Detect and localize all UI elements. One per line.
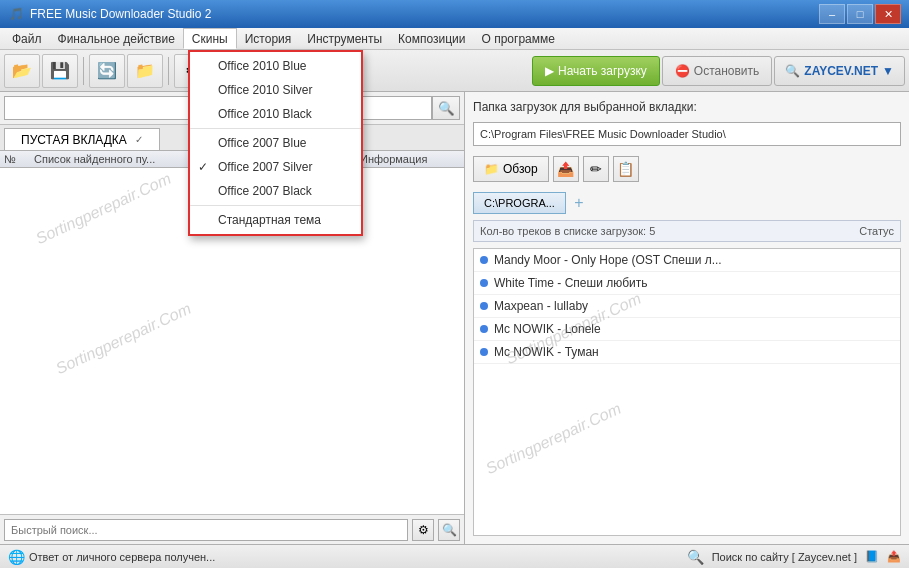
main-content: 🔍 ПУСТАЯ ВКЛАДКА ✓ № Список найденного п…	[0, 92, 909, 544]
track-text-3: Maxpean - lullaby	[494, 299, 588, 313]
menu-final[interactable]: Финальное действие	[50, 28, 183, 49]
menu-file[interactable]: Файл	[4, 28, 50, 49]
start-icon: ▶	[545, 64, 554, 78]
browse-label: Обзор	[503, 162, 538, 176]
status-globe-icon: 🌐	[8, 549, 25, 565]
status-right-text: Поиск по сайту [ Zaycev.net ]	[712, 551, 857, 563]
quick-search-icon[interactable]: 🔍	[438, 519, 460, 541]
track-item-2[interactable]: White Time - Спеши любить	[474, 272, 900, 295]
track-text-2: White Time - Спеши любить	[494, 276, 648, 290]
refresh-button[interactable]: 🔄	[89, 54, 125, 88]
skins-dropdown: Office 2010 Blue Office 2010 Silver Offi…	[188, 50, 363, 236]
separator-1	[83, 57, 84, 85]
track-list: Mandy Moor - Only Hope (OST Спеши л... W…	[473, 248, 901, 536]
menu-skins[interactable]: Скины	[183, 28, 237, 49]
quick-search: ⚙ 🔍	[0, 514, 464, 544]
tracks-count: Кол-во треков в списке загрузок: 5	[480, 225, 655, 237]
minimize-button[interactable]: –	[819, 4, 845, 24]
menu-separator-2	[190, 205, 361, 206]
quick-icons: ⚙ 🔍	[412, 519, 460, 541]
downloads-tab-bar: C:\PROGRA... +	[473, 192, 901, 214]
stop-download-button[interactable]: ⛔ Остановить	[662, 56, 773, 86]
track-text-4: Mc NOWIK - Lonele	[494, 322, 601, 336]
status-header: Статус	[859, 225, 894, 237]
tab-label: ПУСТАЯ ВКЛАДКА	[21, 133, 127, 147]
skin-standard-label: Стандартная тема	[218, 213, 321, 227]
start-label: Начать загрузку	[558, 64, 647, 78]
folder-icon: 📁	[484, 162, 499, 176]
skin-office2010silver-label: Office 2010 Silver	[218, 83, 313, 97]
status-share-icon: 📤	[887, 550, 901, 563]
folder-action-btn-1[interactable]: 📤	[553, 156, 579, 182]
track-text-5: Mc NOWIK - Туман	[494, 345, 599, 359]
menu-bar: Файл Финальное действие Скины История Ин…	[0, 28, 909, 50]
folder-controls: 📁 Обзор 📤 ✏ 📋	[473, 156, 901, 182]
status-right: 🔍 Поиск по сайту [ Zaycev.net ] 📘 📤	[687, 549, 901, 565]
skin-office2010blue-label: Office 2010 Blue	[218, 59, 307, 73]
col-info: Информация	[360, 153, 460, 165]
col-num: №	[4, 153, 34, 165]
skin-office2010silver[interactable]: Office 2010 Silver	[190, 78, 361, 102]
menu-about[interactable]: О программе	[474, 28, 563, 49]
browse-button[interactable]: 📁 Обзор	[473, 156, 549, 182]
track-item-4[interactable]: Mc NOWIK - Lonele	[474, 318, 900, 341]
app-title: FREE Music Downloader Studio 2	[30, 7, 819, 21]
skin-office2010black[interactable]: Office 2010 Black	[190, 102, 361, 126]
track-item-3[interactable]: Maxpean - lullaby	[474, 295, 900, 318]
track-item-1[interactable]: Mandy Moor - Only Hope (OST Спеши л...	[474, 249, 900, 272]
track-item-5[interactable]: Mc NOWIK - Туман	[474, 341, 900, 364]
close-button[interactable]: ✕	[875, 4, 901, 24]
menu-tracks[interactable]: Композиции	[390, 28, 473, 49]
open-button[interactable]: 📂	[4, 54, 40, 88]
quick-settings-icon[interactable]: ⚙	[412, 519, 434, 541]
track-status-dot-3	[480, 302, 488, 310]
stop-label: Остановить	[694, 64, 760, 78]
menu-history[interactable]: История	[237, 28, 300, 49]
status-search-icon: 🔍	[687, 549, 704, 565]
track-status-dot-1	[480, 256, 488, 264]
track-text-1: Mandy Moor - Only Hope (OST Спеши л...	[494, 253, 722, 267]
search-button[interactable]: 🔍	[432, 96, 460, 120]
main-tab[interactable]: ПУСТАЯ ВКЛАДКА ✓	[4, 128, 160, 150]
skin-office2007blue-label: Office 2007 Blue	[218, 136, 307, 150]
skin-office2010black-label: Office 2010 Black	[218, 107, 312, 121]
menu-tools[interactable]: Инструменты	[299, 28, 390, 49]
skin-office2007black[interactable]: Office 2007 Black	[190, 179, 361, 203]
toolbar: 📂 💾 🔄 📁 ⚙ ▦ ▶ Начать загрузку ⛔ Останови…	[0, 50, 909, 92]
skin-office2007blue[interactable]: Office 2007 Blue	[190, 131, 361, 155]
tab-check-icon: ✓	[135, 134, 143, 145]
skin-office2007black-label: Office 2007 Black	[218, 184, 312, 198]
window-controls: – □ ✕	[819, 4, 901, 24]
title-bar: 🎵 FREE Music Downloader Studio 2 – □ ✕	[0, 0, 909, 28]
folder-button[interactable]: 📁	[127, 54, 163, 88]
zaycev-chevron-icon: ▼	[882, 64, 894, 78]
tracks-header: Кол-во треков в списке загрузок: 5 Стату…	[473, 220, 901, 242]
status-left: 🌐 Ответ от личного сервера получен...	[8, 549, 687, 565]
folder-path: C:\Program Files\FREE Music Downloader S…	[473, 122, 901, 146]
save-button[interactable]: 💾	[42, 54, 78, 88]
track-status-dot-2	[480, 279, 488, 287]
folder-label: Папка загрузок для выбранной вкладки:	[473, 100, 901, 114]
skin-office2010blue[interactable]: Office 2010 Blue	[190, 54, 361, 78]
download-tab[interactable]: C:\PROGRA...	[473, 192, 566, 214]
folder-action-btn-3[interactable]: 📋	[613, 156, 639, 182]
zaycev-button[interactable]: 🔍 ZAYCEV.NET ▼	[774, 56, 905, 86]
quick-search-input[interactable]	[4, 519, 408, 541]
zaycev-search-icon: 🔍	[785, 64, 800, 78]
separator-2	[168, 57, 169, 85]
skin-office2007silver[interactable]: Office 2007 Silver	[190, 155, 361, 179]
folder-action-btn-2[interactable]: ✏	[583, 156, 609, 182]
add-tab-button[interactable]: +	[568, 192, 590, 214]
menu-separator-1	[190, 128, 361, 129]
skin-office2007silver-label: Office 2007 Silver	[218, 160, 313, 174]
start-download-button[interactable]: ▶ Начать загрузку	[532, 56, 660, 86]
track-status-dot-5	[480, 348, 488, 356]
status-bar: 🌐 Ответ от личного сервера получен... 🔍 …	[0, 544, 909, 568]
app-icon: 🎵	[8, 6, 24, 22]
stop-icon: ⛔	[675, 64, 690, 78]
track-status-dot-4	[480, 325, 488, 333]
zaycev-label: ZAYCEV.NET	[804, 64, 878, 78]
maximize-button[interactable]: □	[847, 4, 873, 24]
status-fb-icon: 📘	[865, 550, 879, 563]
skin-standard[interactable]: Стандартная тема	[190, 208, 361, 232]
